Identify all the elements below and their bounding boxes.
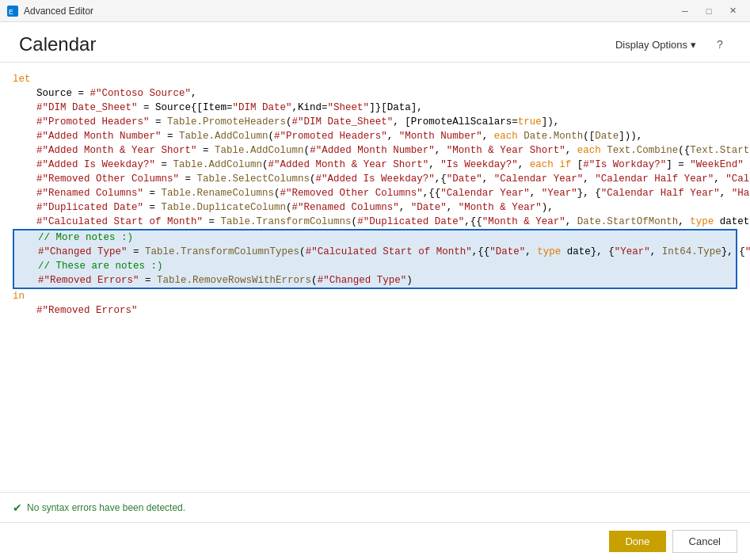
app-icon: E: [6, 5, 19, 17]
code-line: let: [13, 72, 737, 86]
code-line: #"Duplicated Date" = Table.DuplicateColu…: [13, 200, 737, 215]
display-options-button[interactable]: Display Options ▾: [609, 36, 702, 54]
code-line: #"Added Month Number" = Table.AddColumn(…: [13, 129, 737, 143]
help-button[interactable]: ?: [709, 33, 731, 55]
dialog-footer: Done Cancel: [0, 522, 750, 560]
code-line: #"DIM Date_Sheet" = Source{[Item="DIM Da…: [13, 101, 737, 115]
help-icon: ?: [717, 38, 723, 51]
code-line: // These are notes :): [13, 259, 737, 273]
code-line: #"Renamed Columns" = Table.RenameColumns…: [13, 186, 737, 200]
header-actions: Display Options ▾ ?: [609, 33, 731, 55]
code-line: in: [13, 289, 737, 303]
status-icon: ✔: [13, 501, 22, 514]
close-button[interactable]: ✕: [721, 3, 744, 19]
code-line: #"Changed Type" = Table.TransformColumnT…: [13, 245, 737, 259]
code-line: #"Removed Errors" = Table.RemoveRowsWith…: [13, 273, 737, 289]
status-bar: ✔ No syntax errors have been detected.: [0, 492, 750, 522]
chevron-down-icon: ▾: [691, 39, 696, 51]
dialog-header: Calendar Display Options ▾ ?: [0, 22, 750, 63]
editor-area[interactable]: let Source = #"Contoso Source", #"DIM Da…: [0, 63, 750, 492]
code-line: #"Removed Other Columns" = Table.SelectC…: [13, 172, 737, 186]
code-line: #"Calculated Start of Month" = Table.Tra…: [13, 215, 737, 229]
code-line: #"Added Month & Year Short" = Table.AddC…: [13, 143, 737, 158]
code-line: // More notes :): [13, 229, 737, 245]
code-line: Source = #"Contoso Source",: [13, 86, 737, 101]
code-editor[interactable]: let Source = #"Contoso Source", #"DIM Da…: [0, 69, 750, 486]
title-bar-label: Advanced Editor: [24, 6, 674, 17]
cancel-button[interactable]: Cancel: [672, 530, 737, 553]
maximize-button[interactable]: □: [698, 3, 720, 19]
done-button[interactable]: Done: [609, 531, 665, 552]
code-line: #"Added Is Weekday?" = Table.AddColumn(#…: [13, 158, 737, 172]
code-line: #"Promoted Headers" = Table.PromoteHeade…: [13, 115, 737, 129]
code-line: #"Removed Errors": [13, 303, 737, 318]
advanced-editor-window: E Advanced Editor ─ □ ✕ Calendar Display…: [0, 0, 750, 560]
display-options-label: Display Options: [615, 39, 687, 51]
title-bar: E Advanced Editor ─ □ ✕: [0, 0, 750, 22]
minimize-button[interactable]: ─: [674, 3, 696, 19]
page-title: Calendar: [19, 33, 96, 55]
window-controls: ─ □ ✕: [674, 3, 744, 19]
status-message: No syntax errors have been detected.: [27, 502, 185, 513]
svg-text:E: E: [9, 8, 13, 16]
